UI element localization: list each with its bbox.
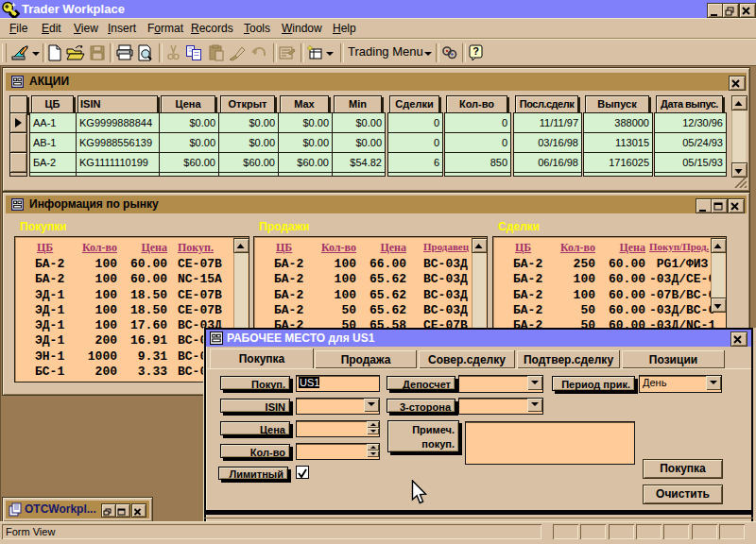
svg-text:?: ? — [472, 45, 479, 57]
